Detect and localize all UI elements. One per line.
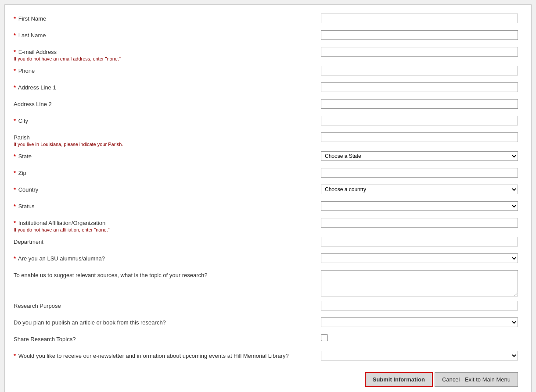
research-purpose-input[interactable] — [321, 301, 518, 310]
required-star: * — [14, 32, 16, 39]
share-topics-label: Share Research Topics? — [14, 336, 76, 342]
required-star: * — [14, 170, 16, 176]
phone-label: Phone — [18, 68, 35, 74]
status-select[interactable]: Faculty Staff Student Other — [321, 201, 518, 211]
publish-label: Do you plan to publish an article or boo… — [14, 319, 166, 326]
research-purpose-row: Research Purpose — [14, 301, 518, 313]
required-star: * — [14, 118, 16, 124]
parish-row: Parish If you live in Louisiana, please … — [14, 132, 518, 147]
country-select[interactable]: Choose a country United States Canada Me… — [321, 185, 518, 194]
required-star: * — [14, 153, 16, 160]
zip-label: Zip — [18, 170, 26, 176]
email-input[interactable] — [321, 47, 518, 57]
zip-row: * Zip — [14, 168, 518, 180]
required-star: * — [14, 203, 16, 210]
last-name-row: * Last Name — [14, 30, 518, 43]
institutional-input[interactable] — [321, 218, 518, 228]
department-label: Department — [14, 239, 43, 245]
required-star: * — [14, 220, 16, 226]
share-topics-checkbox[interactable] — [321, 334, 328, 341]
lsu-alum-row: * Are you an LSU alumnus/alumna? Yes No — [14, 253, 518, 266]
cancel-button[interactable]: Cancel - Exit to Main Menu — [435, 372, 518, 387]
enewsletter-select[interactable]: Yes No — [321, 351, 518, 360]
first-name-row: * First Name — [14, 14, 518, 26]
first-name-label: First Name — [18, 15, 47, 22]
required-star: * — [14, 15, 16, 22]
phone-input[interactable] — [321, 66, 518, 75]
research-topic-textarea[interactable] — [321, 270, 518, 296]
status-label: Status — [18, 203, 35, 210]
address2-row: Address Line 2 — [14, 99, 518, 111]
required-star: * — [14, 68, 16, 74]
institutional-note: If you do not have an affiliation, enter… — [14, 227, 317, 232]
country-label: Country — [18, 186, 39, 193]
required-star: * — [14, 84, 16, 91]
enewsletter-row: * Would you like to receive our e-newsle… — [14, 351, 518, 363]
lsu-alum-select[interactable]: Yes No — [321, 253, 518, 263]
required-star: * — [14, 353, 16, 359]
footer-buttons: Submit Information Cancel - Exit to Main… — [14, 372, 518, 387]
address1-row: * Address Line 1 — [14, 82, 518, 95]
status-row: * Status Faculty Staff Student Other — [14, 201, 518, 214]
parish-input[interactable] — [321, 132, 518, 142]
research-purpose-label: Research Purpose — [14, 303, 61, 309]
research-topic-label: To enable us to suggest relevant sources… — [14, 272, 208, 278]
state-select[interactable]: Choose a State Alabama Alaska Louisiana … — [321, 151, 518, 161]
last-name-input[interactable] — [321, 30, 518, 40]
department-row: Department — [14, 237, 518, 249]
publish-select[interactable]: Yes No — [321, 317, 518, 327]
email-label: E-mail Address — [18, 49, 57, 55]
required-star: * — [14, 49, 16, 55]
state-label: State — [18, 153, 32, 160]
department-input[interactable] — [321, 237, 518, 246]
country-row: * Country Choose a country United States… — [14, 185, 518, 197]
required-star: * — [14, 186, 16, 193]
last-name-label: Last Name — [18, 32, 46, 39]
address2-label: Address Line 2 — [14, 101, 52, 107]
institutional-label: Institutional Affiliation/Organization — [18, 220, 106, 226]
enewsletter-label: Would you like to receive our e-newslett… — [18, 353, 289, 359]
submit-button[interactable]: Submit Information — [365, 372, 433, 387]
parish-note: If you live in Louisiana, please indicat… — [14, 142, 317, 147]
phone-row: * Phone — [14, 66, 518, 78]
city-input[interactable] — [321, 116, 518, 125]
address1-input[interactable] — [321, 82, 518, 92]
state-row: * State Choose a State Alabama Alaska Lo… — [14, 151, 518, 164]
city-label: City — [18, 118, 28, 124]
lsu-alum-label: Are you an LSU alumnus/alumna? — [18, 255, 105, 262]
address1-label: Address Line 1 — [18, 84, 56, 91]
registration-form: * First Name * Last Name * E-mail Addres… — [4, 4, 532, 392]
first-name-input[interactable] — [321, 14, 518, 23]
zip-input[interactable] — [321, 168, 518, 178]
publish-row: Do you plan to publish an article or boo… — [14, 317, 518, 330]
email-note: If you do not have an email address, ent… — [14, 56, 317, 61]
email-row: * E-mail Address If you do not have an e… — [14, 47, 518, 61]
city-row: * City — [14, 116, 518, 128]
parish-label: Parish — [14, 134, 30, 141]
required-star: * — [14, 255, 16, 262]
share-topics-row: Share Research Topics? — [14, 334, 518, 346]
institutional-row: * Institutional Affiliation/Organization… — [14, 218, 518, 232]
address2-input[interactable] — [321, 99, 518, 109]
research-topic-row: To enable us to suggest relevant sources… — [14, 270, 518, 296]
